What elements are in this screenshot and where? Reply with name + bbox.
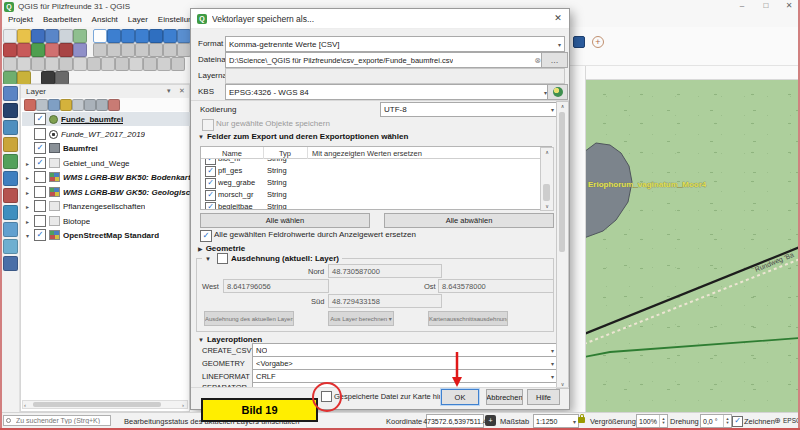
layers-panel-hscrollbar[interactable]: ‹ › (22, 400, 188, 409)
reshape-features-icon[interactable] (129, 57, 143, 71)
fields-section-header[interactable]: ▼Felder zum Export und deren Exportoptio… (198, 132, 408, 141)
menu-ansicht[interactable]: Ansicht (87, 14, 123, 27)
dialog-vscrollbar[interactable]: ∧ ∨ (556, 101, 569, 389)
delete-feature-icon[interactable] (149, 43, 163, 57)
deselect-all-button[interactable]: Alle abwählen (384, 213, 554, 228)
expander-icon[interactable]: ▸ (24, 203, 31, 210)
extents-stamp-icon[interactable]: + (485, 415, 496, 426)
add-feature-icon[interactable] (107, 43, 121, 57)
split-features-icon[interactable] (157, 57, 171, 71)
open-project-icon[interactable] (17, 29, 31, 43)
compass-crosshair-icon[interactable]: + (592, 36, 604, 48)
layer-checkbox[interactable] (34, 171, 46, 183)
magnifier-input[interactable]: 100% ▲▼ (636, 414, 668, 428)
map-extent-button[interactable]: Kartenausschnittsausdehnung (428, 311, 508, 326)
copy-feature-icon[interactable] (17, 57, 31, 71)
osm-place-search-icon[interactable] (41, 71, 55, 85)
geometry-section-header[interactable]: ▶Geometrie (198, 244, 245, 253)
layername-input[interactable] (225, 68, 565, 84)
crs-status-globe-icon[interactable]: ⊕ (774, 416, 781, 425)
field-checkbox[interactable]: ✓ (205, 166, 216, 177)
fill-ring-icon[interactable] (87, 57, 101, 71)
collapse-all-icon[interactable] (96, 99, 108, 111)
layer-checkbox[interactable] (34, 128, 46, 140)
dialog-titlebar[interactable]: Q Vektorlayer speichern als... ✕ (191, 9, 569, 29)
crs-picker-button[interactable] (547, 84, 568, 100)
save-project-as-icon[interactable] (45, 29, 59, 43)
screenshot-tool-icon[interactable] (55, 71, 69, 85)
col-header-name[interactable]: Name (201, 149, 263, 158)
processing-toolbox-icon[interactable] (3, 71, 17, 85)
hscroll-thumb[interactable] (33, 402, 161, 407)
layer-group-gebiet-und-wege[interactable]: ▸ ✓ Gebiet_und_Wege (22, 156, 190, 170)
cut-feature-icon[interactable] (163, 43, 177, 57)
table-vscrollbar[interactable]: ∧ ∨ (540, 147, 554, 211)
save-edits-icon[interactable] (121, 43, 135, 57)
menu-layer[interactable]: Layer (123, 14, 153, 27)
north-input[interactable]: 48.730587000 (328, 264, 442, 278)
field-checkbox[interactable]: ✓ (205, 190, 216, 201)
add-wfs-layer-icon[interactable] (3, 239, 18, 254)
layer-checkbox[interactable]: ✓ (34, 157, 46, 169)
ok-button[interactable]: OK (441, 389, 479, 405)
extent-checkbox[interactable] (217, 253, 228, 264)
layer-item-wms-gk50[interactable]: ▸ WMS LGRB-BW GK50: Geologische Karte 1 … (22, 185, 190, 199)
filename-input[interactable]: D:\Science\_QGIS für Pilzfreunde\csv_exp… (225, 52, 545, 68)
expander-icon[interactable]: ▸ (24, 218, 31, 225)
expander-icon[interactable]: ▸ (24, 189, 31, 196)
dialog-scroll-thumb[interactable] (559, 112, 565, 252)
scroll-right-icon[interactable]: › (182, 402, 184, 408)
scale-select[interactable]: 1:1250▾ (533, 414, 579, 428)
scroll-left-icon[interactable]: ‹ (24, 402, 26, 408)
attribute-table-icon[interactable] (59, 43, 73, 57)
expander-icon[interactable]: ▸ (24, 160, 31, 167)
print-layout-icon[interactable] (59, 29, 73, 43)
layer-checkbox[interactable]: ✓ (34, 142, 46, 154)
zoom-to-layer-icon[interactable] (177, 29, 191, 43)
add-group-icon[interactable] (36, 99, 48, 111)
replace-raw-checkbox[interactable]: ✓ (200, 230, 212, 242)
rotation-input[interactable]: 0,0 ° ▲▼ (700, 414, 732, 428)
layer-item-openstreetmap[interactable]: ▾ ✓ OpenStreetMap Standard (22, 228, 190, 242)
menu-projekt[interactable]: Projekt (3, 14, 38, 27)
field-calculator-icon[interactable] (73, 43, 87, 57)
lineformat-select[interactable]: CRLF▾ (252, 369, 558, 383)
layer-item-funde-baumfrei[interactable]: ✓ Funde_baumfrei (22, 112, 190, 126)
layer-checkbox[interactable]: ✓ (34, 229, 46, 241)
open-layer-styling-icon[interactable] (24, 99, 36, 111)
field-checkbox[interactable]: ✓ (205, 178, 216, 189)
new-project-icon[interactable] (3, 29, 17, 43)
expander-icon[interactable]: ▸ (24, 174, 31, 181)
merge-features-icon[interactable] (171, 57, 185, 71)
render-checkbox[interactable]: ✓ (732, 416, 743, 427)
spinner-icon[interactable]: ▲▼ (659, 415, 667, 427)
layer-checkbox[interactable] (34, 215, 46, 227)
col-header-typ[interactable]: Typ (263, 149, 307, 158)
layer-checkbox[interactable] (34, 200, 46, 212)
spinner-icon[interactable]: ▲▼ (723, 415, 731, 427)
vertex-tool-icon[interactable] (135, 43, 149, 57)
west-input[interactable]: 8.641796056 (223, 279, 329, 293)
add-wms-layer-icon[interactable] (3, 205, 18, 220)
style-manager-icon[interactable] (73, 29, 87, 43)
scroll-up-icon[interactable]: ∧ (541, 149, 553, 155)
calc-from-layer-button[interactable]: Aus Layer berechnen ▾ (328, 311, 394, 326)
paste-feature-icon[interactable] (177, 43, 191, 57)
zoom-full-icon[interactable] (149, 29, 163, 43)
current-layer-extent-button[interactable]: Ausdehnung des aktuellen Layers (204, 311, 294, 326)
dialog-close-icon[interactable]: ✕ (551, 13, 565, 23)
create-csvt-select[interactable]: NO▾ (252, 343, 558, 357)
zoom-in-icon[interactable] (121, 29, 135, 43)
zoom-to-selection-icon[interactable] (163, 29, 177, 43)
deselect-features-icon[interactable] (17, 43, 31, 57)
browse-button[interactable]: … (541, 52, 568, 68)
add-delimited-text-layer-icon[interactable] (3, 137, 18, 152)
delete-ring-icon[interactable] (101, 57, 115, 71)
layer-group-pflanzengesellschaften[interactable]: ▸ Pflanzengesellschaften (22, 199, 190, 213)
field-checkbox[interactable]: ✓ (205, 202, 216, 209)
select-features-icon[interactable] (3, 43, 17, 57)
scroll-down-icon[interactable]: ∨ (541, 203, 553, 209)
log-book-icon[interactable] (573, 36, 585, 48)
add-vector-layer-icon[interactable] (3, 86, 18, 101)
maximize-button[interactable]: □ (756, 1, 776, 10)
